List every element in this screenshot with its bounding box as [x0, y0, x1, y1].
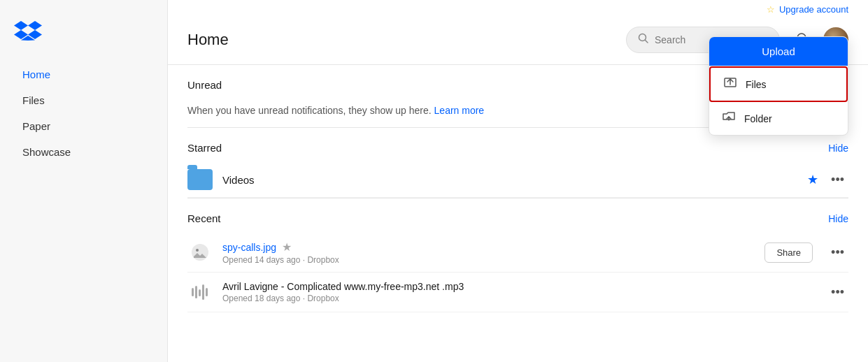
svg-rect-5 [195, 286, 197, 298]
svg-rect-7 [202, 284, 204, 300]
recent-item-meta-2: Opened 18 days ago · Dropbox [222, 294, 827, 303]
recent-item-more-button-2[interactable]: ••• [827, 284, 848, 301]
recent-item-info-1: spy-calls.jpg ★ Opened 14 days ago · Dro… [222, 240, 764, 265]
svg-line-1 [646, 40, 648, 43]
svg-point-2 [192, 244, 208, 261]
starred-item-name: Videos [222, 174, 807, 186]
audio-file-icon [187, 280, 213, 305]
recent-section-header: Recent Hide [187, 212, 848, 224]
recent-section: Recent Hide spy-calls.jpg ★ [187, 212, 848, 312]
starred-item-actions: ★ ••• [807, 171, 848, 189]
svg-rect-8 [206, 288, 208, 296]
upgrade-star-icon: ☆ [767, 4, 775, 15]
share-button[interactable]: Share [764, 242, 813, 263]
dropdown-files-button[interactable]: Files [709, 66, 848, 102]
folder-upload-icon [722, 110, 736, 127]
sidebar-item-files[interactable]: Files [6, 87, 162, 113]
spy-calls-filename[interactable]: spy-calls.jpg [222, 242, 276, 253]
star-filled-icon[interactable]: ★ [807, 172, 818, 187]
recent-item-more-button-1[interactable]: ••• [827, 244, 848, 261]
sidebar-item-home[interactable]: Home [6, 61, 162, 87]
sidebar-nav: Home Files Paper Showcase [0, 61, 167, 165]
starred-item-videos: Videos ★ ••• [187, 162, 848, 198]
sidebar-item-paper[interactable]: Paper [6, 113, 162, 139]
main-content: ☆ Upgrade account Home [168, 0, 868, 362]
upgrade-link[interactable]: Upgrade account [779, 4, 848, 15]
svg-rect-6 [199, 289, 201, 296]
search-icon [638, 33, 649, 47]
spy-calls-star-icon[interactable]: ★ [282, 241, 292, 253]
upload-dropdown: Upload Files Folder [709, 36, 848, 136]
dropdown-folder-button[interactable]: Folder [709, 102, 848, 135]
recent-item-filename-1: spy-calls.jpg ★ [222, 240, 764, 254]
starred-hide-link[interactable]: Hide [828, 143, 848, 154]
sidebar: Home Files Paper Showcase [0, 0, 168, 362]
recent-item-meta-1: Opened 14 days ago · Dropbox [222, 255, 764, 265]
upload-button[interactable]: Upload [709, 37, 848, 66]
svg-point-3 [196, 249, 199, 252]
recent-item-actions-2: ••• [827, 284, 848, 301]
top-bar: ☆ Upgrade account [168, 0, 868, 15]
starred-item-more-button[interactable]: ••• [827, 171, 848, 189]
unread-section-title: Unread [187, 79, 222, 91]
starred-section-title: Starred [187, 142, 222, 154]
recent-item-avril: Avril Lavigne - Complicated www.my-free-… [187, 273, 848, 312]
page-title: Home [187, 31, 626, 49]
recent-item-spy-calls: spy-calls.jpg ★ Opened 14 days ago · Dro… [187, 233, 848, 273]
avril-filename: Avril Lavigne - Complicated www.my-free-… [222, 281, 827, 292]
starred-section: Starred Hide Videos ★ ••• [187, 142, 848, 198]
folder-icon [187, 169, 213, 190]
recent-item-actions-1: Share ••• [764, 242, 848, 263]
dropdown-folder-label: Folder [744, 113, 772, 124]
divider-2 [187, 198, 848, 198]
svg-rect-4 [192, 288, 194, 296]
recent-item-info-2: Avril Lavigne - Complicated www.my-free-… [222, 281, 827, 303]
logo[interactable] [0, 14, 167, 61]
sidebar-item-showcase[interactable]: Showcase [6, 139, 162, 165]
recent-section-title: Recent [187, 212, 221, 224]
image-file-icon [187, 240, 213, 265]
dropdown-files-label: Files [746, 79, 767, 90]
recent-hide-link[interactable]: Hide [828, 213, 848, 224]
learn-more-link[interactable]: Learn more [434, 105, 485, 116]
starred-section-header: Starred Hide [187, 142, 848, 154]
files-upload-icon [723, 75, 737, 93]
